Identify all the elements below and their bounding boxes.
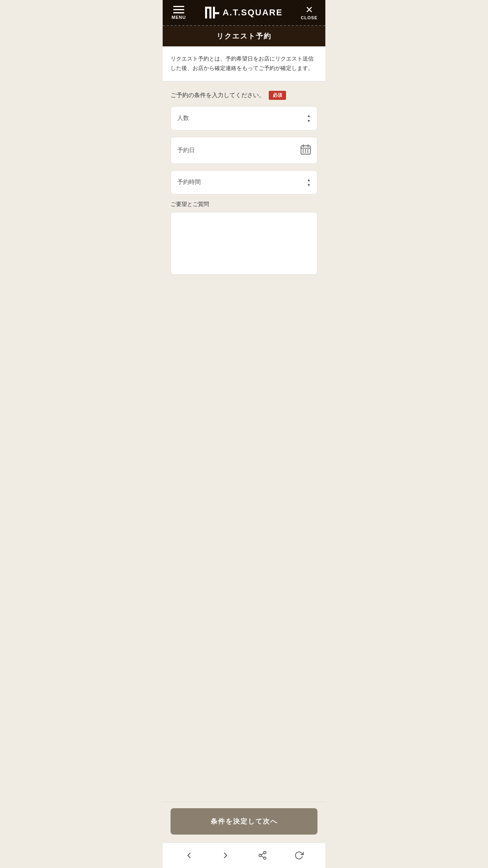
svg-rect-13 [305, 151, 306, 153]
menu-label: MENU [172, 15, 186, 20]
back-button[interactable] [178, 848, 200, 863]
time-field[interactable]: 予約時間 ▲ ▼ [171, 170, 317, 195]
share-icon [258, 851, 267, 860]
close-button[interactable]: ✕ CLOSE [299, 5, 319, 20]
required-badge: 必須 [269, 91, 286, 100]
sort-arrows-icon: ▲ ▼ [307, 114, 311, 123]
form-instructions-row: ご予約の条件を入力してください。 必須 [171, 91, 317, 100]
submit-button[interactable]: 条件を決定して次へ [171, 808, 317, 835]
form-instruction-text: ご予約の条件を入力してください。 [171, 92, 265, 99]
refresh-icon [294, 851, 304, 860]
refresh-button[interactable] [288, 848, 310, 863]
svg-rect-12 [303, 151, 304, 153]
time-sort-arrows-icon: ▲ ▼ [307, 178, 311, 187]
back-icon [184, 851, 194, 860]
requests-label: ご要望とご質問 [171, 201, 317, 208]
section-title: リクエスト予約 [216, 32, 272, 40]
hamburger-icon [173, 6, 184, 13]
svg-rect-14 [307, 151, 308, 153]
time-placeholder: 予約時間 [177, 178, 201, 186]
menu-button[interactable]: MENU [169, 6, 189, 20]
logo-icon [205, 5, 219, 20]
app-header: MENU A.T.SQUARE ✕ CLOSE [163, 0, 325, 26]
svg-rect-2 [209, 7, 211, 18]
party-size-placeholder: 人数 [177, 114, 189, 122]
svg-rect-4 [213, 12, 219, 14]
date-field[interactable]: 予約日 [171, 137, 317, 164]
description-text: リクエスト予約とは、予約希望日をお店にリクエスト送信した後、お店から確定連絡をも… [171, 54, 317, 73]
svg-rect-9 [303, 149, 304, 151]
share-button[interactable] [251, 848, 273, 863]
close-label: CLOSE [301, 15, 318, 20]
form-area: ご予約の条件を入力してください。 必須 人数 ▲ ▼ 予約日 [163, 81, 325, 802]
nav-bar [163, 842, 325, 868]
forward-icon [221, 851, 230, 860]
logo-text: A.T.SQUARE [222, 7, 283, 18]
date-placeholder: 予約日 [177, 147, 195, 154]
section-title-bar: リクエスト予約 [163, 26, 325, 46]
forward-button[interactable] [215, 848, 237, 863]
calendar-icon [301, 144, 311, 156]
svg-rect-10 [305, 149, 306, 151]
app-logo: A.T.SQUARE [205, 5, 283, 20]
party-size-field[interactable]: 人数 ▲ ▼ [171, 106, 317, 131]
close-icon: ✕ [305, 5, 313, 15]
description-area: リクエスト予約とは、予約希望日をお店にリクエスト送信した後、お店から確定連絡をも… [163, 46, 325, 81]
bottom-area: 条件を決定して次へ [163, 802, 325, 842]
svg-rect-11 [307, 149, 308, 151]
requests-textarea[interactable] [171, 212, 317, 275]
